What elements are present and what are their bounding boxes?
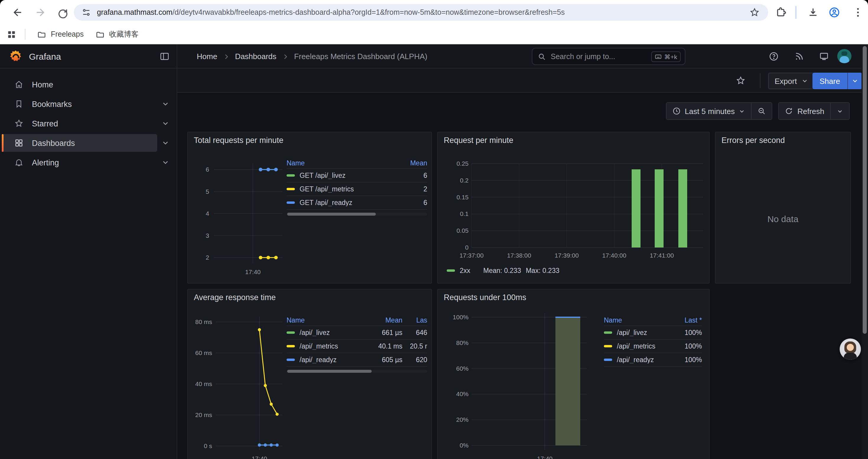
clock-icon — [673, 107, 681, 115]
zoom-out-time-button[interactable] — [752, 103, 772, 119]
legend-value: 661 µs — [367, 329, 402, 336]
url-bar[interactable]: grafana.mathmast.com/d/deytv4rwavabkb/fr… — [74, 4, 768, 21]
legend-value: 40.1 ms — [367, 342, 402, 350]
bar[interactable] — [632, 169, 641, 248]
favorite-dashboard-icon[interactable] — [736, 76, 746, 86]
browser-menu-icon[interactable] — [852, 6, 864, 18]
site-settings-icon[interactable] — [82, 8, 91, 17]
breadcrumb-home[interactable]: Home — [197, 52, 217, 61]
assistant-avatar[interactable] — [840, 338, 861, 360]
url-text[interactable]: grafana.mathmast.com/d/deytv4rwavabkb/fr… — [97, 8, 768, 17]
share-menu-caret[interactable] — [847, 73, 862, 89]
bar[interactable] — [655, 169, 663, 248]
legend-column-header[interactable]: Last * — [674, 316, 702, 323]
share-button[interactable]: Share — [812, 73, 862, 89]
chevron-right-icon — [282, 53, 289, 60]
chevron-down-icon[interactable] — [161, 158, 169, 167]
legend-row[interactable]: GET /api/_metrics2 — [286, 183, 427, 196]
legend-value: 100% — [674, 329, 702, 336]
user-avatar[interactable] — [837, 49, 851, 63]
legend-column-header[interactable]: Mean — [399, 159, 427, 166]
sidebar-item-home[interactable]: Home — [0, 75, 177, 94]
legend-column-header[interactable]: Name — [286, 316, 367, 323]
axis-tick-label: 0.25 — [457, 160, 469, 167]
legend-scrollbar[interactable] — [286, 213, 427, 216]
legend-column-header[interactable]: Name — [604, 316, 674, 323]
legend-row[interactable]: /api/_livez661 µs646 — [286, 326, 427, 340]
search-shortcut: ⌘+k — [651, 51, 681, 62]
axis-tick-label: 100% — [453, 314, 469, 321]
axis-tick-label: 0% — [460, 442, 469, 449]
series-color-chip — [286, 359, 295, 361]
bookmark-star-icon[interactable] — [749, 7, 760, 18]
bookmark-label: Freeleaps — [51, 30, 84, 38]
news-rss-icon[interactable] — [794, 52, 804, 61]
monitor-icon[interactable] — [819, 52, 829, 61]
sidebar-item-label: Alerting — [32, 158, 59, 167]
legend-header: NameLast * — [604, 314, 702, 326]
chevron-down-icon[interactable] — [161, 100, 169, 108]
legend-row[interactable]: /api/_readyz100% — [604, 353, 702, 367]
bar-chart[interactable]: 0.250.20.150.10.05017:37:0017:38:0017:39… — [438, 132, 710, 284]
sidebar-item-label: Bookmarks — [32, 100, 72, 108]
legend-column-header[interactable]: Mean — [367, 316, 402, 323]
time-range-picker[interactable]: Last 5 minutes — [666, 103, 751, 119]
legend-value: 100% — [674, 342, 702, 350]
no-data-label: No data — [716, 214, 850, 224]
chevron-down-icon — [837, 108, 843, 114]
grafana-logo[interactable] — [9, 49, 23, 63]
legend-scrollbar[interactable] — [286, 370, 427, 373]
bar[interactable] — [678, 169, 687, 248]
search-icon — [538, 52, 546, 61]
collapse-sidebar-icon[interactable] — [159, 52, 169, 61]
axis-tick-label: 17:40 — [537, 455, 553, 459]
sidebar-item-dashboards[interactable]: Dashboards — [0, 133, 177, 153]
page-scrollbar[interactable] — [862, 44, 868, 459]
axis-tick-label: 20% — [456, 416, 469, 423]
grafana-brand[interactable]: Grafana — [29, 51, 61, 61]
apps-grid-icon[interactable] — [6, 29, 17, 39]
back-icon[interactable] — [12, 6, 24, 18]
refresh-interval-caret[interactable] — [831, 103, 849, 119]
chevron-down-icon[interactable] — [161, 119, 169, 128]
series-name: /api/_metrics — [617, 342, 655, 350]
legend-column-header[interactable]: Las — [402, 316, 427, 323]
search-box[interactable]: ⌘+k — [532, 48, 685, 65]
sidebar-item-alerting[interactable]: Alerting — [0, 153, 177, 172]
reload-icon[interactable] — [57, 6, 68, 18]
chevron-down-icon[interactable] — [161, 139, 169, 147]
toolbar-divider — [795, 6, 797, 19]
axis-tick-label: 17:41:00 — [650, 252, 674, 259]
area-fill[interactable] — [555, 317, 580, 446]
legend-row[interactable]: /api/_readyz605 µs620 — [286, 353, 427, 367]
legend-row[interactable]: /api/_metrics100% — [604, 340, 702, 353]
forward-icon[interactable] — [34, 6, 46, 18]
profile-icon[interactable] — [829, 6, 840, 18]
legend-row[interactable]: /api/_livez100% — [604, 326, 702, 340]
extensions-icon[interactable] — [775, 6, 787, 18]
series-color-chip — [286, 188, 295, 190]
bookmark-folder-freeleaps[interactable]: Freeleaps — [31, 28, 90, 41]
legend-column-header[interactable]: Name — [286, 159, 399, 166]
export-button[interactable]: Export — [768, 73, 814, 89]
refresh-button[interactable]: Refresh — [779, 103, 830, 119]
sidebar-item-starred[interactable]: Starred — [0, 114, 177, 133]
legend-stat-mean: Mean: 0.233 — [483, 267, 521, 274]
bookmark-folder-blogs[interactable]: 收藏博客 — [90, 27, 145, 42]
sidebar-item-bookmarks[interactable]: Bookmarks — [0, 95, 177, 113]
zoom-out-icon — [758, 107, 766, 115]
panel-legend[interactable]: 2xxMean: 0.233Max: 0.233 — [447, 267, 560, 274]
downloads-icon[interactable] — [807, 6, 819, 18]
axis-tick-label: 17:40 — [252, 455, 267, 459]
help-icon[interactable] — [769, 52, 779, 61]
search-input[interactable] — [551, 52, 651, 61]
url-domain: grafana.mathmast.com — [97, 8, 173, 17]
breadcrumb-dashboards[interactable]: Dashboards — [235, 52, 276, 61]
legend-row[interactable]: GET /api/_readyz6 — [286, 196, 427, 210]
legend-row[interactable]: GET /api/_livez6 — [286, 169, 427, 183]
legend-row[interactable]: /api/_metrics40.1 ms20.5 r — [286, 340, 427, 353]
panel-requests-under-100ms: Requests under 100ms 100%80%60%40%20%0%1… — [437, 289, 710, 459]
scrollbar-thumb[interactable] — [863, 46, 867, 334]
actions-divider — [760, 73, 761, 88]
panel-title[interactable]: Errors per second — [721, 136, 785, 145]
